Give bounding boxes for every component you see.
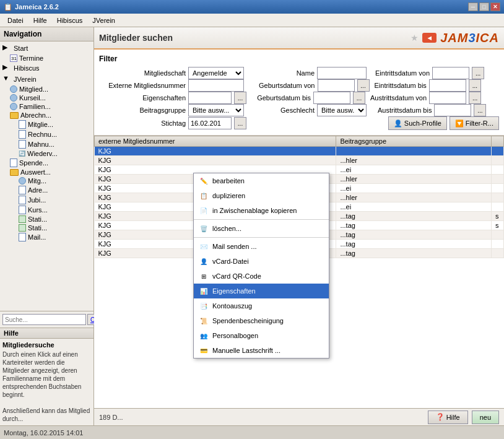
menu-hibiscus[interactable]: Hibiscus (52, 15, 88, 25)
bottom-bar: 189 D... ❓ Hilfe neu (94, 408, 504, 425)
person-icon (19, 177, 26, 185)
ctx-mail[interactable]: ✉️ Mail senden ... (194, 239, 329, 254)
tree-jubi[interactable]: Jubi... (1, 195, 92, 205)
tree-abrechn[interactable]: Abrechn... (1, 111, 92, 120)
beitragsgruppe-select[interactable]: Bitte ausw... (188, 104, 244, 116)
help-button[interactable]: ❓ Hilfe (428, 411, 468, 424)
tree-wiederv[interactable]: 🔄 Wiederv... (1, 149, 92, 158)
austrittsdatum-von-btn[interactable]: ... (469, 92, 481, 104)
eintrittsdatum-von-input[interactable] (432, 67, 469, 79)
filter-icon: 🔽 (455, 120, 464, 128)
search-area: Optionen (0, 311, 93, 328)
menu-bar: Datei Hilfe Hibiscus JVerein (0, 14, 504, 27)
person-doc-icon: 👥 (199, 331, 209, 341)
ctx-spendenbesch[interactable]: 📜 Spendenbescheinigung (194, 313, 329, 328)
tree-stati2[interactable]: Stati... (1, 224, 92, 232)
ctx-eigenschaften[interactable]: 📊 Eigenschaften (194, 284, 329, 298)
geburtsdatum-bis-btn[interactable]: ... (353, 92, 365, 104)
tree-mail[interactable]: Mail... (1, 232, 92, 242)
geburtsdatum-von-input[interactable] (318, 79, 355, 92)
tree-mitglied[interactable]: Mitglied... (1, 85, 92, 93)
tree-termine[interactable]: 31 Termine (1, 54, 92, 63)
geschlecht-select[interactable]: Bitte ausw... (317, 104, 367, 116)
ctx-bearbeiten[interactable]: ✏️ bearbeiten (194, 173, 329, 188)
new-button[interactable]: neu (472, 411, 499, 424)
eintrittsdatum-bis-input[interactable] (429, 79, 466, 92)
ctx-personalbogen[interactable]: 👥 Personalbogen (194, 328, 329, 343)
tree-label: Adre... (28, 186, 48, 194)
tree-label: Hibiscus (14, 64, 40, 72)
folder-icon (10, 112, 19, 119)
close-button[interactable]: ✕ (490, 2, 500, 11)
ctx-lastschrift[interactable]: 💳 Manuelle Lastschrift ... (194, 343, 329, 358)
table-row[interactable]: KJG (95, 147, 504, 156)
tree-rechnu[interactable]: Rechnu... (1, 129, 92, 139)
tree-spende[interactable]: Spende... (1, 158, 92, 168)
ctx-qr[interactable]: ⊞ vCard QR-Code (194, 269, 329, 284)
tree-adre[interactable]: Adre... (1, 185, 92, 195)
doc-icon (10, 159, 17, 167)
expand-icon: ▶ (2, 63, 12, 73)
ctx-loeschen[interactable]: 🗑️ löschen... (194, 221, 329, 236)
doc-icon (19, 233, 26, 241)
austrittsdatum-von-input[interactable] (429, 92, 466, 104)
ctx-kopieren[interactable]: 📄 in Zwischenablage kopieren (194, 203, 329, 218)
tree-stati1[interactable]: Stati... (1, 215, 92, 224)
name-label: Name (259, 69, 315, 77)
tree-jverein[interactable]: ▼ JVerein (1, 74, 92, 85)
eigenschaften-btn[interactable]: ... (234, 92, 246, 104)
menu-datei[interactable]: Datei (2, 15, 28, 25)
such-profile-btn[interactable]: 👤 Such-Profile (388, 116, 447, 130)
chart-icon (19, 224, 26, 232)
stichtag-btn[interactable]: ... (234, 117, 246, 129)
back-button[interactable]: ◄ (422, 33, 437, 43)
tree-label: Jubi... (28, 196, 46, 204)
clipboard-icon: 📄 (199, 206, 209, 215)
menu-jverein[interactable]: JVerein (87, 15, 120, 25)
mitgliedschaft-select[interactable]: Angemelde (188, 67, 244, 79)
tree-kurs2[interactable]: Kurs... (1, 205, 92, 215)
filter-r-btn[interactable]: 🔽 Filter-R... (450, 116, 499, 130)
tree-kurs[interactable]: Kurseil... (1, 93, 92, 102)
tree-mahnu[interactable]: Mahnu... (1, 139, 92, 149)
geburtsdatum-von-btn[interactable]: ... (357, 79, 370, 92)
austrittsdatum-bis-input[interactable] (434, 104, 471, 116)
table-row[interactable]: KJG ...hler (95, 156, 504, 165)
ctx-kontoauszug[interactable]: 📑 Kontoauszug (194, 298, 329, 313)
tree-label: Mitglied... (19, 85, 48, 93)
tree-label: Stati... (28, 224, 47, 232)
menu-hilfe[interactable]: Hilfe (28, 15, 52, 25)
tree-label: Kurseil... (19, 94, 46, 102)
stichtag-input[interactable] (188, 117, 232, 129)
ctx-separator-1 (194, 219, 329, 220)
help-text: Durch einen Klick auf einen Kartei­reite… (2, 350, 91, 423)
doc-icon (19, 140, 26, 149)
maximize-button[interactable]: □ (479, 2, 489, 11)
tree-mitg[interactable]: Mitg... (1, 176, 92, 185)
person-icon (10, 103, 17, 110)
tree-label: Mahnu... (28, 141, 54, 148)
eintrittsdatum-von-btn[interactable]: ... (472, 67, 484, 79)
geburtsdatum-bis-input[interactable] (313, 92, 350, 104)
austrittsdatum-bis-label: Austrittsdatum bis (378, 106, 432, 114)
tree-start[interactable]: ▶ Start (1, 43, 92, 54)
tree-label: Stati... (28, 215, 47, 223)
col-extern: externe Mitgliedsnummer (95, 136, 336, 147)
eintrittsdatum-bis-btn[interactable]: ... (469, 79, 481, 92)
externe-input[interactable] (188, 79, 244, 92)
minimize-button[interactable]: ─ (468, 2, 478, 11)
help-icon: ❓ (436, 413, 445, 421)
tree-mitglie[interactable]: Mitglie... (1, 120, 92, 129)
donate-icon: 📜 (199, 316, 209, 326)
profile-icon: 👤 (394, 120, 402, 128)
tree-auswert[interactable]: Auswert... (1, 168, 92, 176)
name-input[interactable] (317, 67, 367, 79)
ctx-duplizieren[interactable]: 📋 duplizieren (194, 188, 329, 203)
ctx-vcard[interactable]: 👤 vCard-Datei (194, 254, 329, 269)
tree-familien[interactable]: Familien... (1, 102, 92, 111)
eigenschaften-input[interactable] (188, 92, 232, 104)
austrittsdatum-bis-btn[interactable]: ... (474, 104, 486, 116)
star-button[interactable]: ★ (411, 33, 419, 43)
search-input[interactable] (2, 314, 86, 325)
tree-hibiscus[interactable]: ▶ Hibiscus (1, 63, 92, 74)
